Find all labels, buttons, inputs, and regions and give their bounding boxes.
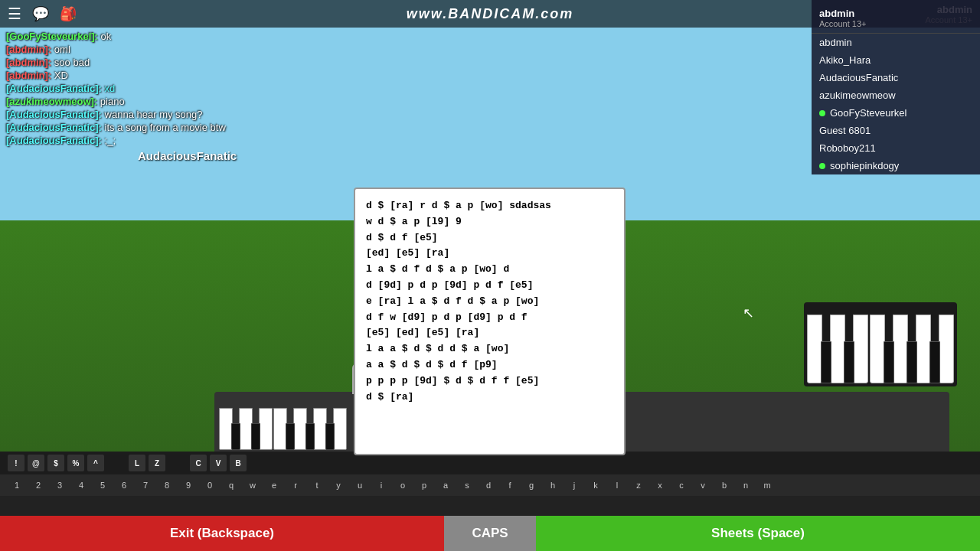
piano-bottom-key-label[interactable]: i <box>371 481 392 490</box>
deco-black-key[interactable] <box>844 341 854 383</box>
deco-white-key[interactable] <box>916 315 931 383</box>
self-name: abdmin <box>819 8 972 19</box>
piano-bottom-key-label[interactable]: h <box>542 481 564 490</box>
piano-key-black[interactable] <box>231 423 240 450</box>
chat-username: [abdmin]: <box>6 70 51 81</box>
chat-line: [abdmin]: soo bad <box>6 57 328 68</box>
chat-username: [AudaciousFanatic]: <box>6 135 102 146</box>
player-name-label: AudaciousFanatic <box>819 72 898 83</box>
piano-bottom-key-label[interactable]: r <box>285 481 306 490</box>
player-name-label: Guest 6801 <box>819 125 871 136</box>
player-floating-name: AudaciousFanatic <box>138 149 237 162</box>
chat-message: xd <box>105 83 116 94</box>
piano-bottom-key-label[interactable]: 1 <box>6 481 28 490</box>
chat-username: [AudaciousFanatic]: <box>6 109 102 120</box>
deco-white-key[interactable] <box>830 315 845 383</box>
player-list-item: abdmin <box>812 34 980 51</box>
sheets-button[interactable]: Sheets (Space) <box>536 516 980 551</box>
bandicam-title: www.BANDICAM.com <box>407 6 573 22</box>
piano-key-white[interactable] <box>333 408 347 450</box>
chat-message: its a song from a movie btw <box>105 122 226 133</box>
piano-top-key-label: @ <box>28 455 44 471</box>
piano-top-key-label: L <box>129 455 145 471</box>
piano-bottom-key-label[interactable]: b <box>714 481 735 490</box>
piano-top-key-label: Z <box>149 455 165 471</box>
deco-white-key[interactable] <box>870 315 885 383</box>
piano-bottom-key-label[interactable]: e <box>263 481 285 490</box>
piano-bottom-key-label[interactable]: 3 <box>49 481 70 490</box>
piano-bottom-key-label[interactable]: 0 <box>199 481 220 490</box>
chat-message: piano <box>100 96 125 107</box>
player-list-panel: abdmin Account 13+ abdminAkiko_HaraAudac… <box>812 0 980 174</box>
player-list-item: Roboboy211 <box>812 139 980 157</box>
chat-icon[interactable]: 💬 <box>32 5 49 22</box>
piano-key-white[interactable] <box>259 408 273 450</box>
exit-button[interactable]: Exit (Backspace) <box>0 516 444 551</box>
piano-bottom-key-label[interactable]: 8 <box>156 481 178 490</box>
piano-bottom-key-label[interactable]: c <box>671 481 692 490</box>
chat-username: [GooFySteveurkel]: <box>6 31 98 42</box>
piano-bottom-key-label[interactable]: 4 <box>70 481 92 490</box>
sheet-line: d $ d f [e5] <box>366 230 613 246</box>
piano-bottom-key-label[interactable]: s <box>456 481 478 490</box>
piano-bottom-key-label[interactable]: 2 <box>28 481 49 490</box>
chat-username: [AudaciousFanatic]: <box>6 83 102 94</box>
piano-bottom-key-label[interactable]: z <box>628 481 649 490</box>
piano-bottom-key-label[interactable]: 5 <box>92 481 113 490</box>
sheet-line: d [9d] p d p [9d] p d f [e5] <box>366 278 613 294</box>
piano-bottom-key-label[interactable]: o <box>392 481 413 490</box>
chat-line: [abdmin]: oml <box>6 44 328 55</box>
piano-bottom-key-label[interactable]: j <box>564 481 585 490</box>
sheet-line: d f w [d9] p d p [d9] p d f <box>366 310 613 326</box>
deco-white-key[interactable] <box>853 315 868 383</box>
piano-bottom-key-label[interactable]: p <box>413 481 435 490</box>
chat-username: [abdmin]: <box>6 44 51 55</box>
deco-white-key[interactable] <box>939 315 954 383</box>
player-name-label: sophiepinkdogy <box>830 160 899 171</box>
piano-key-black[interactable] <box>325 423 335 450</box>
piano-key-black[interactable] <box>305 423 315 450</box>
online-dot <box>819 163 825 169</box>
sheet-line: a a $ d $ d $ d f [p9] <box>366 357 613 373</box>
piano-bottom-key-label[interactable]: n <box>735 481 756 490</box>
caps-button[interactable]: CAPS <box>444 516 536 551</box>
deco-white-key[interactable] <box>893 315 908 383</box>
piano-bottom-key-label[interactable]: 6 <box>113 481 135 490</box>
piano-bottom-key-label[interactable]: f <box>499 481 521 490</box>
piano-bottom-key-label[interactable]: g <box>521 481 542 490</box>
piano-bottom-key-label[interactable]: a <box>435 481 456 490</box>
piano-key-black[interactable] <box>251 423 260 450</box>
piano-bottom-key-label[interactable]: w <box>242 481 263 490</box>
piano-top-key-label: B <box>230 455 247 471</box>
piano-bottom-key-label[interactable]: t <box>306 481 328 490</box>
sheet-line: w d $ a p [l9] 9 <box>366 214 613 230</box>
piano-bottom-key-label[interactable]: k <box>585 481 606 490</box>
player-name-label: Akiko_Hara <box>819 54 871 66</box>
piano-bottom-key-label[interactable]: m <box>756 481 778 490</box>
piano-bottom-key-label[interactable]: 7 <box>135 481 156 490</box>
chat-message: oml <box>54 44 70 55</box>
player-list-item: AudaciousFanatic <box>812 69 980 86</box>
chat-message: soo bad <box>54 57 90 68</box>
piano-bottom-key-label[interactable]: x <box>649 481 671 490</box>
piano-top-key-label: V <box>210 455 227 471</box>
sheet-line: l a $ d f d $ a p [wo] d <box>366 262 613 278</box>
piano-bottom-key-label[interactable]: y <box>328 481 349 490</box>
player-list-item: GooFySteveurkel <box>812 104 980 122</box>
piano-bottom-key-label[interactable]: q <box>220 481 242 490</box>
piano-bottom-key-label[interactable]: d <box>478 481 499 490</box>
bottom-buttons-row: Exit (Backspace) CAPS Sheets (Space) <box>0 516 980 551</box>
inventory-icon[interactable]: 🎒 <box>60 5 77 22</box>
deco-black-key[interactable] <box>906 341 917 383</box>
deco-black-key[interactable] <box>821 341 831 383</box>
full-piano-keyboard: !@$%^LZCVB 1234567890qwertyuiopasdfghjkl… <box>0 452 980 516</box>
piano-key-black[interactable] <box>286 423 295 450</box>
menu-icon[interactable]: ☰ <box>8 5 21 23</box>
deco-black-key[interactable] <box>884 341 894 383</box>
deco-black-key[interactable] <box>929 341 940 383</box>
piano-bottom-key-label[interactable]: v <box>692 481 714 490</box>
piano-bottom-key-label[interactable]: l <box>606 481 628 490</box>
piano-bottom-key-label[interactable]: 9 <box>178 481 199 490</box>
piano-bottom-key-label[interactable]: u <box>349 481 371 490</box>
deco-white-key[interactable] <box>807 315 822 383</box>
